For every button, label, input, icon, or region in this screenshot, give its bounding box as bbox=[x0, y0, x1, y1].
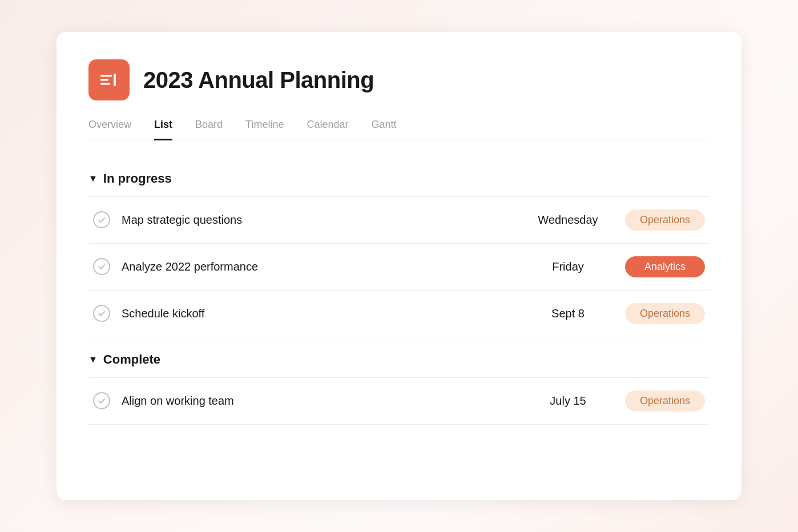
task-date: Wednesday bbox=[511, 213, 625, 227]
section-in-progress: ▼ In progress Map strategic questions We… bbox=[88, 161, 710, 337]
task-name: Map strategic questions bbox=[122, 213, 511, 227]
tab-board[interactable]: Board bbox=[195, 119, 223, 140]
task-check-icon[interactable] bbox=[93, 258, 110, 275]
task-check-icon[interactable] bbox=[93, 211, 110, 228]
table-row: Map strategic questions Wednesday Operat… bbox=[88, 197, 710, 244]
task-date: Sept 8 bbox=[511, 307, 625, 320]
main-card: 2023 Annual Planning Overview List Board… bbox=[57, 32, 741, 500]
task-tag[interactable]: Analytics bbox=[625, 256, 705, 277]
svg-rect-2 bbox=[100, 83, 110, 85]
section-header-complete: ▼ Complete bbox=[88, 342, 710, 377]
svg-rect-1 bbox=[100, 79, 108, 81]
chevron-down-icon: ▼ bbox=[88, 354, 98, 365]
page-header: 2023 Annual Planning bbox=[88, 59, 710, 100]
task-name: Schedule kickoff bbox=[122, 307, 511, 320]
tab-timeline[interactable]: Timeline bbox=[245, 119, 284, 140]
tab-list[interactable]: List bbox=[154, 119, 172, 140]
tab-calendar[interactable]: Calendar bbox=[307, 119, 348, 140]
svg-rect-3 bbox=[114, 74, 116, 86]
section-header-in-progress: ▼ In progress bbox=[88, 161, 710, 196]
table-row: Align on working team July 15 Operations bbox=[88, 378, 710, 425]
tab-overview[interactable]: Overview bbox=[88, 119, 131, 140]
task-check-icon[interactable] bbox=[93, 392, 110, 409]
table-row: Analyze 2022 performance Friday Analytic… bbox=[88, 244, 710, 291]
page-title: 2023 Annual Planning bbox=[143, 67, 374, 93]
svg-rect-0 bbox=[100, 75, 112, 77]
task-name: Align on working team bbox=[122, 394, 511, 408]
tab-bar: Overview List Board Timeline Calendar Ga… bbox=[88, 119, 710, 140]
in-progress-task-list: Map strategic questions Wednesday Operat… bbox=[88, 196, 710, 337]
table-row: Schedule kickoff Sept 8 Operations bbox=[88, 291, 710, 337]
complete-task-list: Align on working team July 15 Operations bbox=[88, 377, 710, 425]
task-name: Analyze 2022 performance bbox=[122, 260, 511, 273]
task-tag[interactable]: Operations bbox=[625, 209, 705, 231]
app-icon bbox=[88, 59, 130, 100]
task-tag[interactable]: Operations bbox=[625, 303, 705, 324]
chevron-down-icon: ▼ bbox=[88, 174, 98, 184]
section-title-complete: Complete bbox=[103, 352, 160, 367]
task-tag[interactable]: Operations bbox=[625, 390, 705, 412]
tab-gantt[interactable]: Gantt bbox=[371, 119, 396, 140]
section-complete: ▼ Complete Align on working team July 15… bbox=[88, 342, 710, 425]
section-title-in-progress: In progress bbox=[103, 171, 172, 186]
task-date: July 15 bbox=[511, 394, 625, 408]
task-date: Friday bbox=[511, 260, 625, 273]
task-check-icon[interactable] bbox=[93, 305, 110, 322]
